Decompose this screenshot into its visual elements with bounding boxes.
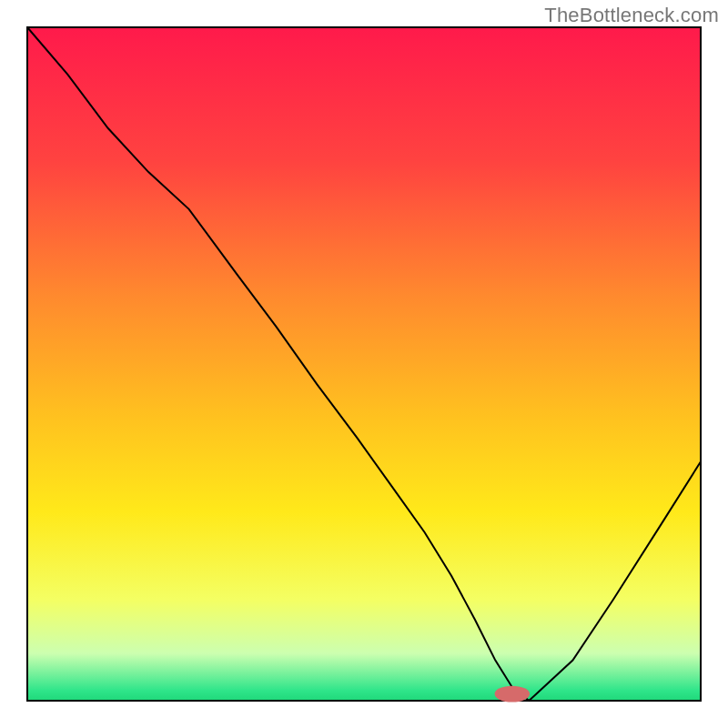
bottleneck-chart [0,0,728,728]
optimum-marker [495,686,530,703]
chart-container: TheBottleneck.com [0,0,728,728]
watermark-text: TheBottleneck.com [544,4,719,27]
plot-background [27,27,701,701]
